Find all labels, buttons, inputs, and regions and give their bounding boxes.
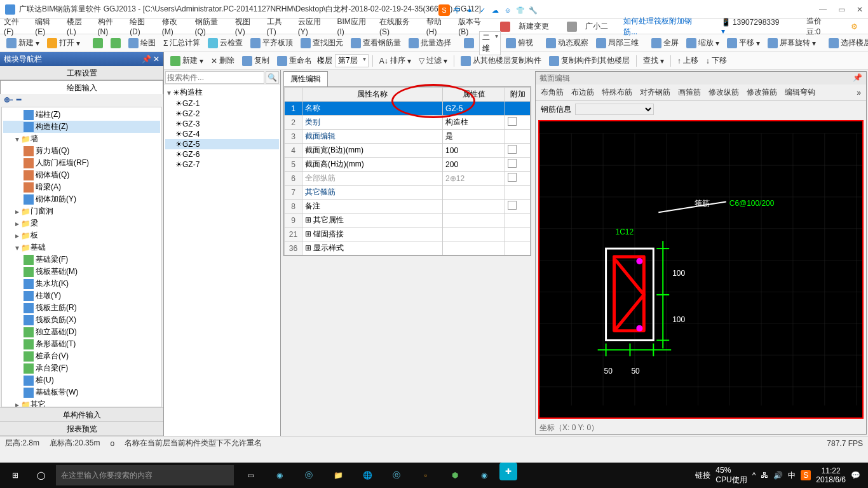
tray-s-icon[interactable]: S [801,470,811,480]
taskbar-search[interactable]: 在这里输入你要搜索的内容 [56,465,234,485]
app4-icon[interactable]: ◉ [470,463,498,488]
menu-view[interactable]: 视图(V) [235,17,261,36]
search-button[interactable]: 🔍 [266,71,279,84]
tree-qiang[interactable]: ▾📁 墙 [3,133,160,145]
collapse-icon[interactable]: ━ [17,95,21,105]
report-preview-button[interactable]: 报表预览 [0,422,163,436]
tree-zhuangchengtai[interactable]: 桩承台(V) [3,350,160,362]
comp-new-button[interactable]: 新建 ▾ [168,54,206,67]
level-dropdown[interactable]: 第7层 [335,54,369,67]
explorer-icon[interactable]: 📁 [324,463,352,488]
ime-dot[interactable]: ● [464,4,475,16]
local-3d-button[interactable]: 局部三维 [593,36,641,50]
down-button[interactable]: ↓ 下移 [703,54,729,67]
prop-tab[interactable]: 属性编辑 [283,71,328,86]
menu-cloud[interactable]: 云应用(Y) [298,17,331,36]
user-phone[interactable]: 📱 13907298339 ▾ [721,18,792,36]
tab-corner[interactable]: 布角筋 [541,87,564,98]
select-floor-button[interactable]: 选择楼层 [826,36,868,50]
tree-jishuikeng[interactable]: 集水坑(K) [3,278,160,290]
draw-button[interactable]: 绘图 [126,36,158,50]
tree-jichuliang[interactable]: 基础梁(F) [3,254,160,266]
menu-floor[interactable]: 楼层(L) [67,17,92,36]
ime-cloud[interactable]: ☁ [489,4,501,16]
tab-special[interactable]: 特殊布筋 [602,87,632,98]
section-canvas[interactable]: 1C12 箍筋 C6@100/200 100 [538,120,864,419]
tray-net-icon[interactable]: 🖧 [761,471,768,480]
2d-button[interactable] [461,37,477,50]
tree-dulijichu[interactable]: 独立基础(D) [3,326,160,338]
comp-rename-button[interactable]: 重命名 [275,54,315,67]
fullscreen-button[interactable]: 全屏 [649,36,681,50]
view-rebar-button[interactable]: 查看钢筋量 [348,36,403,50]
orbit-button[interactable]: 动态观察 [543,36,591,50]
tree-duanzhu[interactable]: 端柱(Z) [3,109,160,121]
tree-fabanjichu[interactable]: 筏板基础(M) [3,266,160,278]
component-list[interactable]: ▾☀ 构造柱 ☀ GZ-1 ☀ GZ-2 ☀ GZ-3 ☀ GZ-4 ☀ GZ-… [164,85,280,436]
tree-jichubandai[interactable]: 基础板带(W) [3,386,160,398]
tray-up-icon[interactable]: ^ [752,471,756,480]
pan-button[interactable]: 平移 ▾ [724,36,763,50]
tree-liang[interactable]: ▸📁 梁 [3,217,160,229]
taskview-icon[interactable]: ▭ [236,463,264,488]
edge-icon[interactable]: ⓔ [295,463,323,488]
single-input-button[interactable]: 单构件输入 [0,408,163,422]
comp-gz5[interactable]: ☀ GZ-5 [165,139,279,149]
level-top-button[interactable]: 平齐板顶 [248,36,295,50]
menu-rebar[interactable]: 钢筋量(Q) [195,17,229,36]
new-button[interactable]: 新建 ▾ [4,36,42,50]
tree-menchuangdong[interactable]: ▸📁 门窗洞 [3,205,160,217]
tray-link[interactable]: 链接 [695,470,710,481]
ime-check[interactable]: ✓ [477,4,488,16]
menu-edit[interactable]: 编辑(E) [35,17,60,36]
copy-from-button[interactable]: 从其他楼层复制构件 [458,54,544,67]
pin-icon[interactable]: 📌 ✕ [142,55,159,64]
menu-online[interactable]: 在线服务(S) [379,17,420,36]
help-link[interactable]: 如何处理筏板附加钢筋... [623,16,705,37]
undo-button[interactable] [90,37,105,50]
app2-icon[interactable]: ▫ [412,463,440,488]
coin-icon[interactable]: ⚙ [851,22,858,31]
ie-icon[interactable]: ⓔ [383,463,410,488]
comp-root[interactable]: ▾☀ 构造柱 [165,86,279,98]
find-button[interactable]: 查找 ▾ [641,54,667,67]
comp-gz6[interactable]: ☀ GZ-6 [165,149,279,159]
tree-chengtailiang[interactable]: 承台梁(F) [3,362,160,374]
menu-draw[interactable]: 绘图(D) [130,17,156,36]
comp-copy-button[interactable]: 复制 [240,54,272,67]
search-input[interactable] [165,71,264,84]
comp-gz7[interactable]: ☀ GZ-7 [165,159,279,170]
tab-mod-stirrup[interactable]: 修改箍筋 [747,87,777,98]
component-tree[interactable]: 端柱(Z) 构造柱(Z) ▾📁 墙 剪力墙(Q) 人防门框墙(RF) 砌体墙(Q… [1,107,162,407]
comp-gz4[interactable]: ☀ GZ-4 [165,129,279,139]
sum-button[interactable]: Σ 汇总计算 [161,36,203,50]
close-button[interactable]: ✕ [857,5,863,14]
comp-gz3[interactable]: ☀ GZ-3 [165,119,279,129]
tabs-more-icon[interactable]: » [857,88,861,97]
tree-jichu[interactable]: ▾📁 基础 [3,241,160,254]
menu-help[interactable]: 帮助(H) [426,17,452,36]
app1-icon[interactable]: ◉ [266,463,294,488]
tab-stirrup[interactable]: 画箍筋 [678,87,701,98]
menu-tool[interactable]: 工具(T) [267,17,292,36]
rebar-info-select[interactable] [575,104,654,115]
tab-align[interactable]: 对齐钢筋 [640,87,670,98]
nav-project-settings[interactable]: 工程设置 [0,66,163,80]
cloud-check-button[interactable]: 云检查 [205,36,245,50]
comp-delete-button[interactable]: ✕ 删除 [208,54,237,67]
menu-modify[interactable]: 修改(M) [162,17,189,36]
redo-button[interactable] [108,37,123,50]
tree-zhuang[interactable]: 桩(U) [3,374,160,386]
section-pin-icon[interactable]: 📌 [853,73,862,82]
zoom-button[interactable]: 缩放 ▾ [684,36,722,50]
tree-zhudun[interactable]: 柱墩(Y) [3,290,160,302]
ime-s-icon[interactable]: S [438,4,450,16]
new-change-button[interactable]: 新建变更 [498,20,558,33]
ime-lang[interactable]: 中 [451,4,463,16]
app3-icon[interactable]: ⬢ [441,463,469,488]
tree-anliang[interactable]: 暗梁(A) [3,181,160,193]
menu-bim[interactable]: BIM应用(I) [337,17,373,36]
tree-fabanzhujin[interactable]: 筏板主筋(R) [3,302,160,314]
rotate-button[interactable]: 屏幕旋转 ▾ [765,36,818,50]
sort-button[interactable]: A↓ 排序 ▾ [377,54,414,67]
